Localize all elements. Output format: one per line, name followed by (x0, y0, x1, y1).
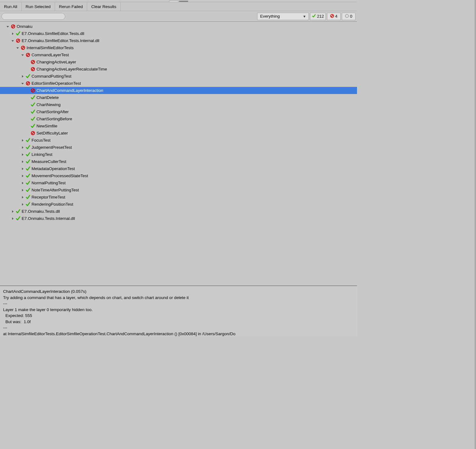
foldout-toggle[interactable] (6, 24, 10, 29)
tree-row[interactable]: NormalPuttingTest (0, 179, 357, 186)
foldout-toggle[interactable] (20, 138, 25, 143)
tree-row-label: ChartNewing (36, 102, 61, 107)
tree-row-label: MeasureCullerTest (32, 159, 66, 164)
tree-row-label: LinkingTest (32, 152, 53, 157)
foldout-toggle[interactable] (15, 46, 20, 50)
chevron-down-icon: ▼ (303, 15, 306, 18)
test-tree[interactable]: Onmaku E7.Onmaku.SimfileEditor.Tests.dll… (0, 22, 357, 285)
run-all-button[interactable]: Run All (0, 2, 22, 11)
foldout-toggle[interactable] (11, 32, 15, 36)
tree-row[interactable]: ChartAndCommandLayerInteraction (0, 87, 357, 94)
svg-line-16 (32, 68, 34, 71)
tree-row[interactable]: RenderingPositionTest (0, 201, 357, 208)
foldout-toggle[interactable] (20, 152, 25, 157)
tree-row-label: MovementProcessedStateTest (32, 173, 88, 178)
svg-line-18 (27, 82, 29, 85)
tree-row-label: ChangingActiveLayer (36, 60, 76, 64)
fail-count-badge[interactable]: 4 (327, 13, 341, 20)
svg-line-3 (331, 15, 333, 17)
svg-line-22 (32, 132, 34, 135)
tree-row[interactable]: EditorSimfileOperationTest (0, 80, 357, 87)
tree-row[interactable]: ChartDelete (0, 94, 357, 101)
tree-row-label: E7.Onmaku.SimfileEditor.Tests.dll (22, 31, 84, 36)
tree-row[interactable]: FocusTest (0, 137, 357, 144)
pass-icon (30, 109, 35, 114)
tree-row-label: Onmaku (17, 24, 32, 29)
fail-icon (25, 53, 30, 58)
foldout-toggle[interactable] (20, 160, 25, 164)
tree-row-label: SetDifficultyLater (36, 131, 68, 135)
pass-icon (30, 95, 35, 100)
run-selected-button[interactable]: Run Selected (22, 2, 55, 11)
tree-row-label: NoteTimeAfterPuttingTest (32, 188, 79, 192)
foldout-toggle[interactable] (20, 181, 25, 185)
svg-line-12 (27, 54, 29, 56)
pass-count-value: 212 (317, 14, 324, 19)
fail-icon (25, 81, 30, 86)
toolbar: Run All Run Selected Rerun Failed Clear … (0, 2, 357, 11)
foldout-toggle[interactable] (20, 188, 25, 192)
tree-row[interactable]: Onmaku (0, 23, 357, 30)
tree-row-label: ChangingActiveLayerRecalculateTime (36, 67, 107, 71)
pass-icon (15, 216, 20, 221)
foldout-toggle[interactable] (20, 202, 25, 207)
tree-row[interactable]: E7.Onmaku.SimfileEditor.Tests.dll (0, 30, 357, 37)
fail-count-value: 4 (335, 14, 338, 19)
tree-row[interactable]: CommandLayerTest (0, 51, 357, 58)
tree-row[interactable]: SetDifficultyLater (0, 130, 357, 137)
pass-icon (15, 209, 20, 214)
pass-icon (25, 145, 30, 150)
tree-row-label: ChartAndCommandLayerInteraction (36, 88, 103, 93)
pass-icon (25, 138, 30, 143)
pass-icon (25, 202, 30, 207)
svg-line-20 (32, 89, 34, 92)
tree-row[interactable]: ReceptorTimeTest (0, 194, 357, 201)
pass-icon (30, 124, 35, 129)
fail-icon (15, 38, 20, 43)
tree-row[interactable]: ChartNewing (0, 101, 357, 108)
result-detail-panel: ChartAndCommandLayerInteraction (0.057s)… (0, 285, 357, 337)
tree-row[interactable]: InternalSimfileEditorTests (0, 44, 357, 51)
foldout-toggle[interactable] (20, 74, 25, 79)
tree-row[interactable]: NewSimfile (0, 122, 357, 130)
tree-row[interactable]: ChartSortingBefore (0, 115, 357, 122)
tree-row[interactable]: E7.Onmaku.Tests.Internal.dll (0, 215, 357, 222)
tree-row[interactable]: ChangingActiveLayerRecalculateTime (0, 66, 357, 73)
foldout-toggle[interactable] (11, 216, 15, 221)
tree-row[interactable]: NoteTimeAfterPuttingTest (0, 186, 357, 194)
tree-row[interactable]: MovementProcessedStateTest (0, 172, 357, 179)
tree-row[interactable]: E7.Onmaku.Tests.dll (0, 208, 357, 215)
pass-count-badge[interactable]: 212 (310, 13, 326, 20)
foldout-toggle[interactable] (20, 81, 25, 86)
search-input[interactable] (2, 13, 65, 20)
tree-row[interactable]: CommandPuttingTest (0, 73, 357, 80)
tree-row-label: FocusTest (32, 138, 51, 143)
foldout-toggle[interactable] (20, 145, 25, 150)
pass-icon (15, 31, 20, 36)
category-dropdown[interactable]: Everything ▼ (257, 13, 309, 20)
tree-row-label: NormalPuttingTest (32, 181, 66, 185)
foldout-toggle[interactable] (20, 53, 25, 57)
tree-row[interactable]: JudgementPresetTest (0, 144, 357, 151)
fail-icon (30, 67, 35, 72)
tree-row[interactable]: LinkingTest (0, 151, 357, 158)
tree-row-label: ChartSortingAfter (36, 109, 69, 114)
tree-row[interactable]: MeasureCullerTest (0, 158, 357, 165)
tree-row[interactable]: E7.Onmaku.SimfileEditor.Tests.Internal.d… (0, 37, 357, 44)
foldout-toggle[interactable] (20, 195, 25, 199)
ignore-count-badge[interactable]: 0 (342, 13, 355, 20)
svg-point-4 (346, 14, 349, 17)
tree-row[interactable]: ChangingActiveLayer (0, 58, 357, 66)
tree-row-label: MetadataOperationTest (32, 166, 75, 171)
foldout-toggle[interactable] (20, 174, 25, 178)
tree-row[interactable]: MetadataOperationTest (0, 165, 357, 172)
foldout-toggle[interactable] (11, 39, 15, 43)
foldout-toggle[interactable] (11, 209, 15, 214)
clear-results-button[interactable]: Clear Results (87, 2, 121, 11)
search-wrap (2, 13, 256, 20)
dropdown-selected-label: Everything (260, 14, 280, 19)
tree-row[interactable]: ChartSortingAfter (0, 108, 357, 115)
rerun-failed-button[interactable]: Rerun Failed (55, 2, 87, 11)
foldout-toggle[interactable] (20, 167, 25, 171)
ignore-icon (345, 14, 349, 19)
